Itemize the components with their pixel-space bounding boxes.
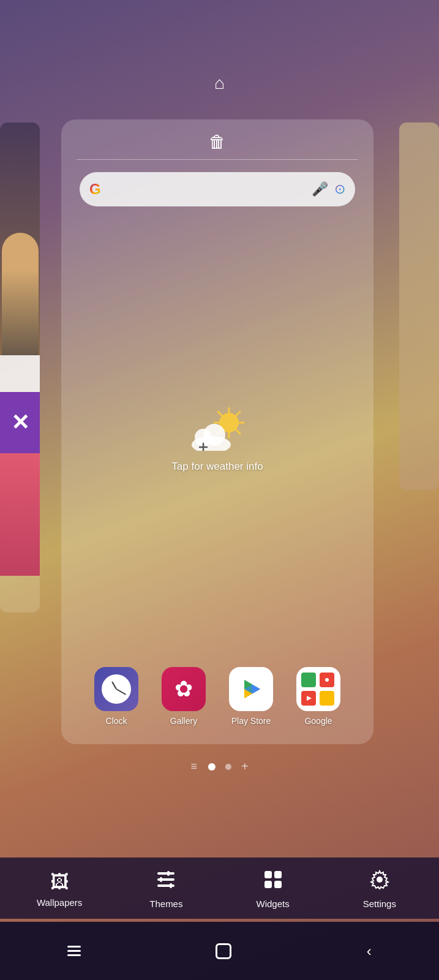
person-silhouette xyxy=(2,233,39,355)
app-item-gallery[interactable]: ✿ Gallery xyxy=(156,667,211,726)
svg-rect-33 xyxy=(274,881,282,888)
settings-icon xyxy=(370,870,389,894)
clock-minute-hand xyxy=(116,688,127,695)
side-card-left[interactable]: ✕ xyxy=(0,123,40,612)
clock-app-label: Clock xyxy=(105,716,127,726)
lens-search-icon[interactable]: ⊙ xyxy=(334,181,345,197)
google-logo-icon: G xyxy=(89,181,101,198)
home-square-icon xyxy=(216,943,231,959)
voice-search-icon[interactable]: 🎤 xyxy=(312,181,328,197)
toolbar-item-settings[interactable]: Settings xyxy=(343,870,416,909)
svg-line-5 xyxy=(218,412,222,415)
google-app-icon[interactable] xyxy=(296,667,340,711)
navigation-bar: ‹ xyxy=(0,922,439,980)
side-card-white xyxy=(0,355,40,392)
trash-icon[interactable]: 🗑 xyxy=(209,132,226,152)
home-button[interactable] xyxy=(216,943,231,959)
gallery-app-label: Gallery xyxy=(170,716,197,726)
themes-label: Themes xyxy=(149,899,182,909)
page-dot-active xyxy=(208,763,216,771)
back-chevron-icon: ‹ xyxy=(367,943,372,960)
page-dot-lines-icon: ≡ xyxy=(190,760,198,773)
side-card-pink xyxy=(0,453,40,576)
svg-rect-32 xyxy=(265,881,272,888)
gallery-app-icon[interactable]: ✿ xyxy=(162,667,206,711)
wallpapers-label: Wallpapers xyxy=(37,897,82,908)
svg-point-19 xyxy=(306,677,312,683)
app-icons-row: Clock ✿ Gallery xyxy=(70,655,364,744)
svg-rect-27 xyxy=(167,871,170,876)
weather-icon-wrap xyxy=(190,407,245,453)
side-card-right[interactable] xyxy=(399,123,439,490)
wallpapers-icon: 🖼 xyxy=(50,872,69,892)
cloud-icon xyxy=(190,424,233,453)
svg-line-6 xyxy=(236,430,240,434)
google-chrome-mini-icon xyxy=(320,673,334,687)
back-button[interactable]: ‹ xyxy=(367,943,372,960)
google-search-bar[interactable]: G 🎤 ⊙ xyxy=(80,172,355,206)
toolbar-item-themes[interactable]: Themes xyxy=(129,870,203,909)
svg-marker-22 xyxy=(307,696,312,701)
page-dot-add-icon[interactable]: + xyxy=(241,760,249,774)
weather-tap-text[interactable]: Tap for weather info xyxy=(171,461,263,473)
card-divider xyxy=(77,159,358,160)
weather-widget[interactable]: Tap for weather info xyxy=(171,225,263,655)
side-card-image xyxy=(0,123,40,355)
delete-widget-area: 🗑 xyxy=(209,132,226,152)
side-card-purple: ✕ xyxy=(0,392,40,453)
clock-app-icon[interactable] xyxy=(94,667,138,711)
toolbar-item-widgets[interactable]: Widgets xyxy=(236,870,310,909)
recent-bar-3 xyxy=(67,954,81,956)
widgets-icon xyxy=(263,870,283,894)
app-item-clock[interactable]: Clock xyxy=(89,667,144,726)
google-drive-mini-icon xyxy=(320,691,334,706)
recent-bar-1 xyxy=(67,946,81,948)
recent-bar-2 xyxy=(67,950,81,952)
home-bottom-toolbar: 🖼 Wallpapers Themes Widgets xyxy=(0,858,439,919)
svg-marker-17 xyxy=(252,685,260,694)
svg-point-21 xyxy=(325,678,329,682)
settings-label: Settings xyxy=(363,899,396,909)
clock-face xyxy=(102,674,131,704)
page-dot-inactive xyxy=(225,764,231,770)
home-indicator-top: ⌂ xyxy=(214,74,225,93)
main-home-card: 🗑 G 🎤 ⊙ xyxy=(61,119,373,744)
playstore-app-icon[interactable] xyxy=(229,667,273,711)
page-indicator: ≡ + xyxy=(190,760,248,774)
svg-rect-31 xyxy=(274,871,282,878)
side-card-right-inner xyxy=(399,123,439,490)
svg-rect-24 xyxy=(157,872,174,875)
x-logo-icon: ✕ xyxy=(11,410,29,435)
toolbar-item-wallpapers[interactable]: 🖼 Wallpapers xyxy=(23,872,96,908)
svg-point-34 xyxy=(377,876,383,883)
themes-icon xyxy=(156,870,176,894)
weather-icon-container: Tap for weather info xyxy=(171,407,263,473)
google-app-label: Google xyxy=(304,716,332,726)
recent-apps-button[interactable] xyxy=(67,946,81,956)
app-item-google[interactable]: Google xyxy=(291,667,346,726)
google-maps-mini-icon xyxy=(301,673,316,687)
widgets-label: Widgets xyxy=(257,899,290,909)
svg-rect-30 xyxy=(265,871,272,878)
svg-rect-29 xyxy=(170,883,172,888)
google-yt-mini-icon xyxy=(301,691,316,706)
svg-rect-28 xyxy=(160,877,162,882)
svg-point-11 xyxy=(203,424,225,446)
app-item-playstore[interactable]: Play Store xyxy=(223,667,279,726)
svg-marker-23 xyxy=(323,695,331,701)
svg-line-7 xyxy=(236,412,240,415)
gallery-flower-icon: ✿ xyxy=(174,676,193,702)
playstore-app-label: Play Store xyxy=(231,716,271,726)
recent-apps-icon xyxy=(67,946,81,956)
